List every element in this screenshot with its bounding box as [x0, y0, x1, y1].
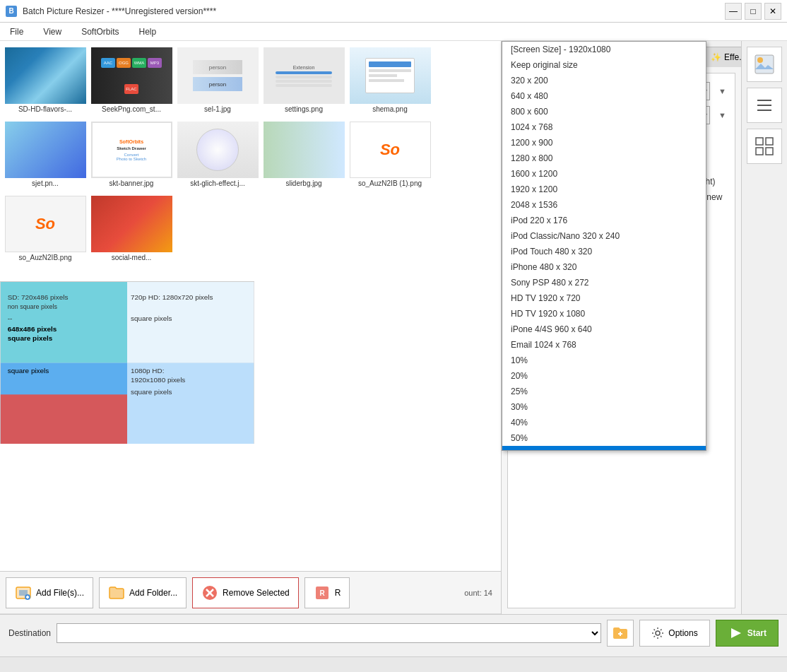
- svg-rect-18: [756, 138, 763, 145]
- svg-text:SD: 720x486 pixels: SD: 720x486 pixels: [8, 293, 69, 301]
- thumbnail-label: SD-HD-flavors-...: [5, 105, 86, 113]
- svg-text:648x486 pixels: 648x486 pixels: [8, 325, 57, 333]
- dropdown-item[interactable]: Keep original size: [502, 57, 706, 73]
- rename-button[interactable]: R R: [304, 577, 350, 608]
- browse-button[interactable]: [607, 620, 634, 647]
- dropdown-item[interactable]: 25%: [502, 384, 706, 399]
- dropdown-item[interactable]: iPod Touch 480 x 320: [502, 244, 706, 259]
- remove-icon: [201, 584, 218, 601]
- dropdown-item[interactable]: 50%: [502, 430, 706, 446]
- thumbnail-label: sliderbg.jpg: [264, 179, 345, 187]
- add-folder-icon: [108, 584, 125, 601]
- dropdown-item[interactable]: 1280 x 800: [502, 151, 706, 166]
- svg-point-41: [656, 631, 660, 635]
- menu-help[interactable]: Help: [135, 25, 161, 38]
- dropdown-item[interactable]: 10%: [502, 353, 706, 368]
- destination-label: Destination: [8, 628, 51, 638]
- dropdown-item[interactable]: 640 x 480: [502, 88, 706, 104]
- list-item[interactable]: shema.png: [348, 44, 432, 117]
- svg-text:square pixels: square pixels: [8, 367, 49, 375]
- dropdown-item[interactable]: HD TV 1920 x 1080: [502, 306, 706, 322]
- dropdown-item[interactable]: HD TV 1920 x 720: [502, 290, 706, 306]
- dropdown-item[interactable]: 40%: [502, 415, 706, 430]
- svg-marker-42: [731, 628, 741, 638]
- minimize-button[interactable]: —: [725, 3, 742, 20]
- dropdown-item[interactable]: 1024 x 768: [502, 119, 706, 135]
- thumbnail-label: shema.png: [350, 105, 431, 113]
- dropdown-item[interactable]: 1600 x 1200: [502, 166, 706, 182]
- thumbnail-label: SeekPng.com_st...: [91, 105, 172, 113]
- dropdown-item[interactable]: Sony PSP 480 x 272: [502, 275, 706, 290]
- sidebar-btn-grid[interactable]: [747, 129, 782, 164]
- list-item[interactable]: person person sel-1.jpg: [175, 44, 260, 117]
- list-item[interactable]: SoftOrbitsSketch Drawer ConvertPhoto to …: [89, 118, 174, 191]
- dropdown-item[interactable]: iPhone 480 x 320: [502, 259, 706, 275]
- svg-rect-27: [127, 363, 254, 444]
- size-dropdown[interactable]: [Screen Size] - 1920x1080 Keep original …: [502, 41, 706, 451]
- thumbnail-label: sjet.pn...: [5, 179, 86, 187]
- menu-softorbits[interactable]: SoftOrbits: [77, 25, 123, 38]
- add-folder-button[interactable]: Add Folder...: [99, 577, 187, 608]
- dropdown-item[interactable]: 30%: [502, 399, 706, 415]
- app-title: Batch Picture Resizer - ****Unregistered…: [23, 6, 719, 16]
- menu-view[interactable]: View: [39, 25, 66, 38]
- maximize-button[interactable]: □: [745, 3, 762, 20]
- rename-label: R: [335, 588, 341, 598]
- thumbnail-label: settings.png: [264, 105, 345, 113]
- thumbnail-label: so_AuzN2IB (1).png: [350, 179, 431, 187]
- sidebar-btn-image[interactable]: [747, 47, 782, 82]
- destination-select[interactable]: [57, 623, 601, 643]
- dropdown-item[interactable]: 2048 x 1536: [502, 197, 706, 213]
- list-item[interactable]: SD-HD-flavors-...: [3, 44, 88, 117]
- status-bar: [0, 656, 787, 672]
- start-icon: [728, 625, 743, 641]
- dropdown-item[interactable]: iPod Classic/Nano 320 x 240: [502, 228, 706, 244]
- list-item[interactable]: sjet.pn...: [3, 118, 88, 191]
- window-controls: — □ ✕: [725, 3, 781, 20]
- dropdown-item[interactable]: 320 x 200: [502, 73, 706, 88]
- svg-text:1080p HD:: 1080p HD:: [131, 367, 165, 375]
- dropdown-item[interactable]: 20%: [502, 368, 706, 384]
- list-item[interactable]: So so_AuzN2IB (1).png: [348, 118, 432, 191]
- svg-text:non square pixels: non square pixels: [8, 303, 58, 310]
- list-item[interactable]: skt-glich-effect.j...: [175, 118, 260, 191]
- close-button[interactable]: ✕: [764, 3, 781, 20]
- options-label: Options: [668, 628, 697, 638]
- dropdown-item[interactable]: 1200 x 900: [502, 135, 706, 151]
- svg-rect-25: [1, 394, 127, 444]
- bottom-bar: Destination Options Start: [0, 614, 787, 651]
- dropdown-item[interactable]: [Screen Size] - 1920x1080: [502, 42, 706, 57]
- sidebar-btn-list[interactable]: [747, 88, 782, 123]
- list-item[interactable]: AAC OGG WMA MP3 FLAC SeekPng.com_st...: [89, 44, 174, 117]
- svg-point-14: [757, 57, 763, 63]
- rename-icon: R: [314, 584, 331, 601]
- thumbnail-label: sel-1.jpg: [177, 105, 259, 113]
- file-toolbar: Add File(s)... Add Folder...: [0, 572, 501, 614]
- menu-file[interactable]: File: [6, 25, 28, 38]
- svg-text:square pixels: square pixels: [131, 314, 172, 322]
- start-button[interactable]: Start: [716, 620, 779, 647]
- options-button[interactable]: Options: [639, 620, 709, 647]
- dropdown-item[interactable]: iPod 220 x 176: [502, 213, 706, 228]
- preview-image: SD: 720x486 pixels non square pixels -- …: [0, 282, 254, 444]
- dropdown-item[interactable]: 1920 x 1200: [502, 182, 706, 197]
- svg-rect-19: [766, 138, 773, 145]
- list-item[interactable]: social-med...: [89, 192, 174, 265]
- add-files-button[interactable]: Add File(s)...: [6, 577, 93, 608]
- svg-text:square pixels: square pixels: [131, 388, 172, 396]
- dropdown-item[interactable]: Email 1024 x 768: [502, 337, 706, 353]
- remove-selected-button[interactable]: Remove Selected: [192, 577, 299, 608]
- svg-text:720p HD: 1280x720 pixels: 720p HD: 1280x720 pixels: [131, 293, 213, 301]
- svg-text:square pixels: square pixels: [8, 334, 53, 342]
- thumbnail-label: so_AuzN2IB.png: [5, 254, 86, 261]
- list-item[interactable]: So so_AuzN2IB.png: [3, 192, 88, 265]
- dropdown-item[interactable]: 800 x 600: [502, 104, 706, 119]
- list-item[interactable]: sliderbg.jpg: [261, 118, 346, 191]
- list-item[interactable]: Extension settings.png: [261, 44, 346, 117]
- title-bar: B Batch Picture Resizer - ****Unregister…: [0, 0, 787, 23]
- add-files-icon: [15, 584, 32, 601]
- dropdown-item[interactable]: iPone 4/4S 960 x 640: [502, 322, 706, 337]
- svg-text:R: R: [319, 589, 325, 597]
- dropdown-item-selected[interactable]: 60%: [502, 446, 706, 451]
- add-files-label: Add File(s)...: [36, 588, 84, 598]
